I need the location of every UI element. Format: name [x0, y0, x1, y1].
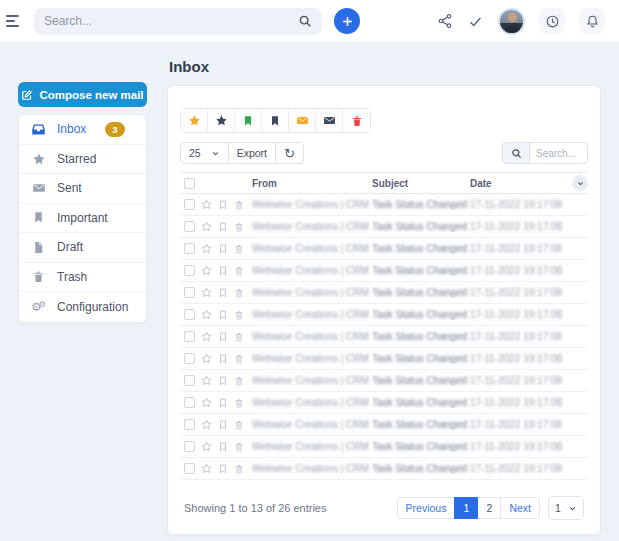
bookmark-icon[interactable]: [218, 376, 228, 386]
star-icon[interactable]: [201, 265, 212, 276]
table-row[interactable]: Webwise Creations | CRM Task Status Chan…: [180, 194, 588, 216]
trash-icon[interactable]: [234, 398, 244, 408]
bookmark-green-button[interactable]: [235, 109, 262, 132]
envelope-amber-button[interactable]: [289, 109, 316, 132]
select-all-checkbox[interactable]: [184, 178, 195, 189]
row-checkbox[interactable]: [184, 419, 195, 430]
sidebar-item-trash[interactable]: Trash: [19, 263, 146, 293]
page-jump-select[interactable]: 1: [548, 496, 584, 520]
bookmark-icon[interactable]: [218, 354, 228, 364]
sidebar-item-starred[interactable]: Starred: [19, 145, 146, 175]
trash-icon[interactable]: [234, 266, 244, 276]
sidebar-item-sent[interactable]: Sent: [19, 174, 146, 204]
star-icon[interactable]: [201, 309, 212, 320]
page-1-button[interactable]: 1: [454, 497, 478, 519]
refresh-button[interactable]: ↻: [275, 142, 304, 164]
next-page-button[interactable]: Next: [500, 497, 540, 519]
trash-icon[interactable]: [234, 244, 244, 254]
trash-icon[interactable]: [234, 200, 244, 210]
table-row[interactable]: Webwise Creations | CRM Task Status Chan…: [180, 326, 588, 348]
star-icon[interactable]: [201, 243, 212, 254]
bookmark-icon[interactable]: [218, 420, 228, 430]
row-checkbox[interactable]: [184, 353, 195, 364]
bookmark-icon[interactable]: [218, 332, 228, 342]
sidebar-item-important[interactable]: Important: [19, 204, 146, 234]
row-checkbox[interactable]: [184, 287, 195, 298]
page-2-button[interactable]: 2: [477, 497, 501, 519]
export-button[interactable]: Export: [228, 142, 276, 164]
table-row[interactable]: Webwise Creations | CRM Task Status Chan…: [180, 370, 588, 392]
table-row[interactable]: Webwise Creations | CRM Task Status Chan…: [180, 216, 588, 238]
sidebar-item-draft[interactable]: Draft: [19, 233, 146, 263]
star-dark-button[interactable]: [208, 109, 235, 132]
trash-icon[interactable]: [234, 310, 244, 320]
star-icon[interactable]: [201, 463, 212, 474]
topbar-search-input[interactable]: [44, 14, 298, 28]
row-checkbox[interactable]: [184, 243, 195, 254]
trash-icon[interactable]: [234, 354, 244, 364]
sidebar-item-configuration[interactable]: ⚙⚙ Configuration: [19, 292, 146, 322]
star-icon[interactable]: [201, 441, 212, 452]
page-size-select[interactable]: 25: [180, 142, 229, 164]
star-icon[interactable]: [201, 331, 212, 342]
table-search-input[interactable]: [530, 142, 588, 164]
share-button[interactable]: [437, 13, 453, 29]
row-checkbox[interactable]: [184, 309, 195, 320]
bookmark-icon[interactable]: [218, 266, 228, 276]
history-button[interactable]: [539, 8, 565, 34]
menu-toggle-icon[interactable]: [6, 10, 28, 32]
table-search-button[interactable]: [502, 142, 530, 164]
table-row[interactable]: Webwise Creations | CRM Task Status Chan…: [180, 304, 588, 326]
row-checkbox[interactable]: [184, 441, 195, 452]
bookmark-icon[interactable]: [218, 288, 228, 298]
column-options-button[interactable]: [572, 175, 588, 191]
row-checkbox[interactable]: [184, 375, 195, 386]
star-icon[interactable]: [201, 287, 212, 298]
star-icon[interactable]: [201, 221, 212, 232]
row-checkbox[interactable]: [184, 199, 195, 210]
row-checkbox[interactable]: [184, 265, 195, 276]
bookmark-icon[interactable]: [218, 442, 228, 452]
star-icon[interactable]: [201, 353, 212, 364]
trash-icon[interactable]: [234, 222, 244, 232]
star-icon[interactable]: [201, 375, 212, 386]
previous-page-button[interactable]: Previous: [397, 497, 456, 519]
table-row[interactable]: Webwise Creations | CRM Task Status Chan…: [180, 414, 588, 436]
star-icon[interactable]: [201, 419, 212, 430]
notifications-button[interactable]: [579, 8, 605, 34]
check-button[interactable]: [467, 13, 484, 30]
add-button[interactable]: [334, 8, 360, 34]
bookmark-icon[interactable]: [218, 200, 228, 210]
row-checkbox[interactable]: [184, 397, 195, 408]
star-icon[interactable]: [201, 397, 212, 408]
star-amber-button[interactable]: [181, 109, 208, 132]
table-row[interactable]: Webwise Creations | CRM Task Status Chan…: [180, 260, 588, 282]
avatar[interactable]: [498, 8, 525, 35]
row-checkbox[interactable]: [184, 463, 195, 474]
bookmark-icon[interactable]: [218, 398, 228, 408]
trash-icon[interactable]: [234, 464, 244, 474]
table-row[interactable]: Webwise Creations | CRM Task Status Chan…: [180, 458, 588, 480]
compose-button[interactable]: Compose new mail: [18, 82, 147, 107]
table-row[interactable]: Webwise Creations | CRM Task Status Chan…: [180, 238, 588, 260]
table-row[interactable]: Webwise Creations | CRM Task Status Chan…: [180, 282, 588, 304]
bookmark-dark-button[interactable]: [262, 109, 289, 132]
row-checkbox[interactable]: [184, 221, 195, 232]
bookmark-icon[interactable]: [218, 310, 228, 320]
trash-red-button[interactable]: [343, 109, 370, 132]
sidebar-item-inbox[interactable]: Inbox 3: [19, 115, 146, 145]
bookmark-icon[interactable]: [218, 244, 228, 254]
table-row[interactable]: Webwise Creations | CRM Task Status Chan…: [180, 436, 588, 458]
trash-icon[interactable]: [234, 332, 244, 342]
trash-icon[interactable]: [234, 376, 244, 386]
bookmark-icon[interactable]: [218, 222, 228, 232]
trash-icon[interactable]: [234, 442, 244, 452]
trash-icon[interactable]: [234, 288, 244, 298]
trash-icon[interactable]: [234, 420, 244, 430]
table-row[interactable]: Webwise Creations | CRM Task Status Chan…: [180, 392, 588, 414]
row-checkbox[interactable]: [184, 331, 195, 342]
envelope-dark-button[interactable]: [316, 109, 343, 132]
star-icon[interactable]: [201, 199, 212, 210]
table-row[interactable]: Webwise Creations | CRM Task Status Chan…: [180, 348, 588, 370]
bookmark-icon[interactable]: [218, 464, 228, 474]
